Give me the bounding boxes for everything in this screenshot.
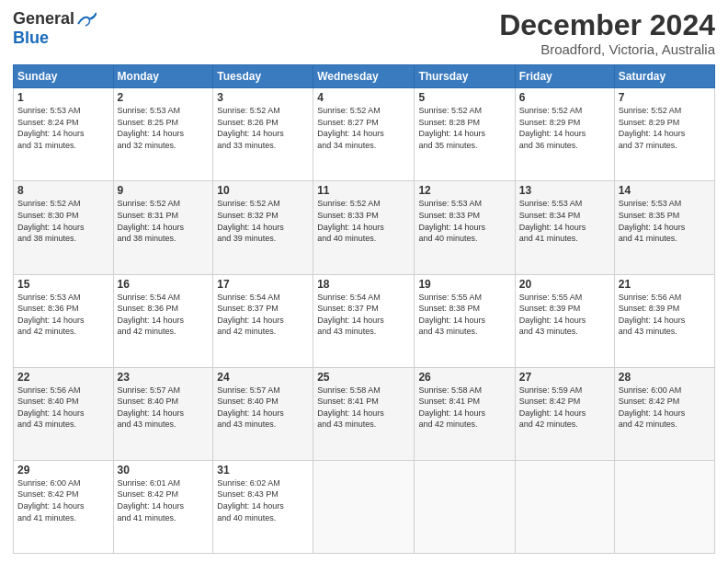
minutes-text: and 42 minutes. — [519, 419, 578, 429]
day-info: Sunrise: 5:52 AM Sunset: 8:32 PM Dayligh… — [217, 198, 309, 244]
day-cell: 6 Sunrise: 5:52 AM Sunset: 8:29 PM Dayli… — [515, 88, 614, 181]
day-number: 21 — [619, 278, 711, 291]
sunset-text: Sunset: 8:24 PM — [17, 118, 79, 127]
day-number: 11 — [317, 184, 410, 197]
logo-bird-icon — [76, 11, 97, 28]
minutes-text: and 42 minutes. — [217, 327, 276, 336]
day-number: 4 — [317, 91, 410, 104]
day-cell: 1 Sunrise: 5:53 AM Sunset: 8:24 PM Dayli… — [14, 88, 114, 181]
sunset-text: Sunset: 8:36 PM — [118, 304, 179, 313]
day-cell: 24 Sunrise: 5:57 AM Sunset: 8:40 PM Dayl… — [213, 367, 313, 460]
sunset-text: Sunset: 8:40 PM — [118, 396, 179, 406]
day-info: Sunrise: 5:52 AM Sunset: 8:28 PM Dayligh… — [418, 105, 510, 151]
minutes-text: and 41 minutes. — [619, 234, 677, 243]
day-info: Sunrise: 5:53 AM Sunset: 8:34 PM Dayligh… — [519, 198, 610, 244]
day-number: 13 — [519, 184, 610, 197]
week-row-4: 22 Sunrise: 5:56 AM Sunset: 8:40 PM Dayl… — [14, 367, 715, 460]
day-header-tuesday: Tuesday — [213, 65, 313, 88]
sunset-text: Sunset: 8:27 PM — [317, 118, 379, 127]
daylight-text: Daylight: 14 hours — [619, 129, 686, 138]
day-number: 22 — [17, 371, 109, 384]
daylight-text: Daylight: 14 hours — [217, 223, 284, 232]
daylight-text: Daylight: 14 hours — [217, 408, 284, 418]
day-number: 26 — [418, 371, 510, 384]
sunrise-text: Sunrise: 5:54 AM — [217, 293, 280, 302]
daylight-text: Daylight: 14 hours — [217, 129, 284, 138]
day-number: 18 — [317, 278, 410, 291]
sunset-text: Sunset: 8:30 PM — [17, 211, 79, 220]
daylight-text: Daylight: 14 hours — [519, 408, 586, 418]
minutes-text: and 42 minutes. — [17, 327, 76, 336]
day-cell: 10 Sunrise: 5:52 AM Sunset: 8:32 PM Dayl… — [213, 181, 313, 274]
sunset-text: Sunset: 8:34 PM — [519, 211, 581, 220]
day-cell: 5 Sunrise: 5:52 AM Sunset: 8:28 PM Dayli… — [415, 88, 515, 181]
minutes-text: and 43 minutes. — [519, 327, 578, 336]
day-info: Sunrise: 6:01 AM Sunset: 8:42 PM Dayligh… — [118, 477, 210, 523]
sunset-text: Sunset: 8:31 PM — [118, 211, 179, 220]
daylight-text: Daylight: 14 hours — [17, 501, 85, 511]
sunset-text: Sunset: 8:28 PM — [418, 118, 480, 127]
day-info: Sunrise: 5:58 AM Sunset: 8:41 PM Dayligh… — [418, 385, 510, 431]
day-cell: 14 Sunrise: 5:53 AM Sunset: 8:35 PM Dayl… — [614, 181, 714, 274]
daylight-text: Daylight: 14 hours — [418, 316, 485, 325]
day-cell: 30 Sunrise: 6:01 AM Sunset: 8:42 PM Dayl… — [113, 460, 213, 553]
day-cell: 27 Sunrise: 5:59 AM Sunset: 8:42 PM Dayl… — [515, 367, 614, 460]
week-row-1: 1 Sunrise: 5:53 AM Sunset: 8:24 PM Dayli… — [14, 88, 715, 181]
day-number: 6 — [519, 91, 610, 104]
day-number: 25 — [317, 371, 410, 384]
sunrise-text: Sunrise: 6:00 AM — [619, 385, 682, 395]
sunset-text: Sunset: 8:42 PM — [118, 489, 179, 499]
day-cell: 4 Sunrise: 5:52 AM Sunset: 8:27 PM Dayli… — [313, 88, 415, 181]
sunset-text: Sunset: 8:39 PM — [519, 304, 581, 313]
day-info: Sunrise: 5:56 AM Sunset: 8:39 PM Dayligh… — [619, 292, 711, 338]
day-number: 14 — [619, 184, 711, 197]
day-info: Sunrise: 5:55 AM Sunset: 8:39 PM Dayligh… — [519, 292, 610, 338]
day-info: Sunrise: 6:02 AM Sunset: 8:43 PM Dayligh… — [217, 477, 309, 523]
day-info: Sunrise: 5:56 AM Sunset: 8:40 PM Dayligh… — [17, 385, 109, 431]
sunrise-text: Sunrise: 5:52 AM — [418, 106, 482, 115]
calendar-table: SundayMondayTuesdayWednesdayThursdayFrid… — [13, 64, 715, 554]
sunrise-text: Sunrise: 5:52 AM — [217, 199, 280, 208]
minutes-text: and 41 minutes. — [118, 513, 176, 523]
sunrise-text: Sunrise: 5:54 AM — [118, 293, 181, 302]
sunrise-text: Sunrise: 5:52 AM — [519, 106, 583, 115]
day-cell: 18 Sunrise: 5:54 AM Sunset: 8:37 PM Dayl… — [313, 274, 415, 367]
daylight-text: Daylight: 14 hours — [17, 408, 85, 418]
daylight-text: Daylight: 14 hours — [118, 408, 185, 418]
month-title: December 2024 — [499, 9, 715, 41]
day-number: 17 — [217, 278, 309, 291]
sunset-text: Sunset: 8:36 PM — [17, 304, 79, 313]
sunset-text: Sunset: 8:29 PM — [619, 118, 680, 127]
day-number: 20 — [519, 278, 610, 291]
daylight-text: Daylight: 14 hours — [118, 316, 185, 325]
day-cell: 8 Sunrise: 5:52 AM Sunset: 8:30 PM Dayli… — [14, 181, 114, 274]
minutes-text: and 42 minutes. — [418, 419, 477, 429]
daylight-text: Daylight: 14 hours — [519, 129, 586, 138]
day-cell: 29 Sunrise: 6:00 AM Sunset: 8:42 PM Dayl… — [14, 460, 114, 553]
day-number: 9 — [118, 184, 210, 197]
sunset-text: Sunset: 8:41 PM — [317, 396, 379, 406]
week-row-3: 15 Sunrise: 5:53 AM Sunset: 8:36 PM Dayl… — [14, 274, 715, 367]
minutes-text: and 41 minutes. — [17, 513, 76, 523]
sunrise-text: Sunrise: 5:56 AM — [17, 385, 81, 395]
sunset-text: Sunset: 8:42 PM — [17, 489, 79, 499]
day-cell — [515, 460, 614, 553]
day-number: 24 — [217, 371, 309, 384]
day-number: 3 — [217, 91, 309, 104]
minutes-text: and 41 minutes. — [519, 234, 578, 243]
sunrise-text: Sunrise: 5:58 AM — [418, 385, 482, 395]
day-number: 16 — [118, 278, 210, 291]
sunset-text: Sunset: 8:32 PM — [217, 211, 279, 220]
day-header-friday: Friday — [515, 65, 614, 88]
day-header-wednesday: Wednesday — [313, 65, 415, 88]
day-info: Sunrise: 5:52 AM Sunset: 8:33 PM Dayligh… — [317, 198, 410, 244]
day-header-thursday: Thursday — [415, 65, 515, 88]
day-info: Sunrise: 5:55 AM Sunset: 8:38 PM Dayligh… — [418, 292, 510, 338]
sunrise-text: Sunrise: 5:52 AM — [317, 199, 381, 208]
sunrise-text: Sunrise: 5:54 AM — [317, 293, 381, 302]
day-info: Sunrise: 5:52 AM Sunset: 8:29 PM Dayligh… — [619, 105, 711, 151]
sunrise-text: Sunrise: 5:55 AM — [418, 293, 482, 302]
minutes-text: and 31 minutes. — [17, 141, 76, 150]
sunrise-text: Sunrise: 5:58 AM — [317, 385, 381, 395]
day-cell: 20 Sunrise: 5:55 AM Sunset: 8:39 PM Dayl… — [515, 274, 614, 367]
